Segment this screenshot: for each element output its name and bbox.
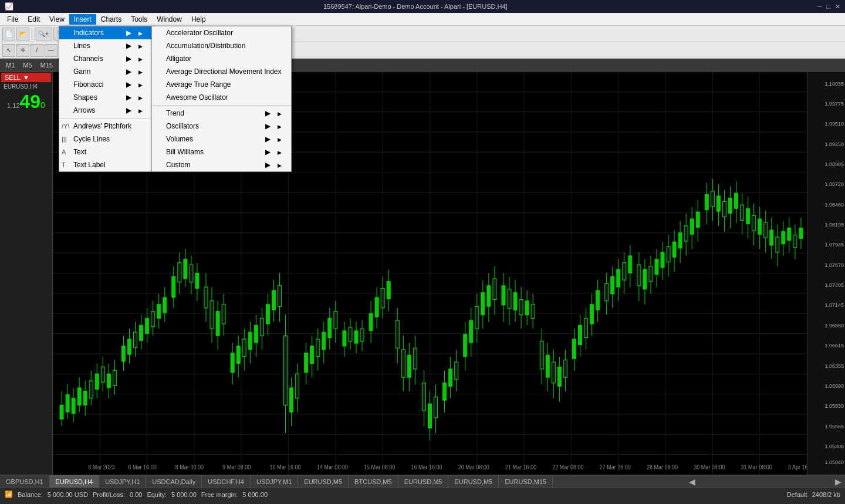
- svg-text:6 Mar 16:00: 6 Mar 16:00: [129, 464, 157, 471]
- svg-rect-178: [513, 293, 517, 310]
- tab-eurusd-m5-2[interactable]: EURUSD,M5: [398, 475, 449, 488]
- tf-m5[interactable]: M5: [19, 61, 35, 69]
- menu-edit[interactable]: Edit: [23, 14, 45, 25]
- wifi-icon: 📶: [5, 491, 13, 498]
- svg-rect-58: [127, 339, 131, 354]
- svg-rect-164: [469, 320, 473, 343]
- menu-insert[interactable]: Insert: [69, 14, 96, 25]
- svg-rect-48: [95, 374, 99, 389]
- menu-file[interactable]: File: [2, 14, 23, 25]
- svg-rect-224: [661, 252, 664, 268]
- price-scale: 1.10035 1.09775 1.09510 1.09250 1.08985 …: [807, 72, 845, 475]
- indicator-alligator[interactable]: Alligator: [152, 52, 291, 65]
- menu-lines-item[interactable]: Lines ▶: [59, 39, 152, 52]
- svg-rect-148: [413, 348, 417, 369]
- sell-button[interactable]: SELL ▼: [1, 73, 51, 82]
- tab-usdcad-daily[interactable]: USDCAD,Daily: [146, 475, 202, 488]
- svg-rect-170: [487, 286, 491, 307]
- menu-pitchfork-item[interactable]: /Y\ Andrews' Pitchfork: [59, 120, 152, 133]
- tab-gbpusd-h1[interactable]: GBPUSD,H1: [0, 475, 50, 488]
- menu-tools[interactable]: Tools: [126, 14, 152, 25]
- indicator-oscillators[interactable]: Oscillators ▶: [152, 120, 291, 133]
- svg-rect-136: [375, 297, 378, 317]
- svg-rect-266: [787, 228, 791, 241]
- textlabel-label: Text Label: [73, 161, 106, 169]
- tab-usdchf-h4[interactable]: USDCHF,H4: [202, 475, 251, 488]
- tab-eurusd-m15[interactable]: EURUSD,M15: [499, 475, 553, 488]
- default-label: Default: [787, 491, 807, 498]
- arrow-tool-btn[interactable]: ↖: [2, 44, 15, 57]
- svg-text:21 Mar 16:00: 21 Mar 16:00: [505, 464, 537, 471]
- menu-gann-item[interactable]: Gann ▶: [59, 65, 152, 78]
- indicator-admi[interactable]: Average Directional Movement Index: [152, 65, 291, 78]
- minimize-icon[interactable]: ─: [817, 3, 822, 11]
- shapes-label: Shapes: [73, 93, 97, 102]
- menu-help[interactable]: Help: [187, 14, 211, 25]
- menu-indicators-item[interactable]: Indicators ▶: [59, 26, 152, 39]
- indicator-volumes[interactable]: Volumes ▶: [152, 133, 291, 146]
- svg-rect-208: [611, 276, 614, 294]
- pitchfork-icon: /Y\: [62, 123, 69, 130]
- insert-dropdown[interactable]: Indicators ▶ Lines ▶ Channels ▶ Gann ▶ F…: [59, 26, 153, 172]
- indicator-accumulation[interactable]: Accumulation/Distribution: [152, 39, 291, 52]
- menu-window[interactable]: Window: [152, 14, 187, 25]
- menu-fibonacci-item[interactable]: Fibonacci ▶: [59, 78, 152, 91]
- sell-buy-block: SELL ▼ EURUSD,H4 1.12 49 0: [1, 73, 51, 113]
- indicator-trend[interactable]: Trend ▶: [152, 107, 291, 120]
- open-btn[interactable]: 📂: [16, 28, 29, 40]
- close-icon[interactable]: ✕: [835, 3, 840, 11]
- titlebar: 📈 15689547: Alpari-Demo - Demo Account -…: [0, 0, 845, 13]
- tf-m15[interactable]: M15: [37, 61, 56, 69]
- menu-shapes-item[interactable]: Shapes ▶: [59, 91, 152, 104]
- line-tool-btn[interactable]: /: [31, 44, 43, 57]
- balance-value: 5 000.00 USD: [48, 491, 88, 498]
- fibonacci-label: Fibonacci: [73, 80, 103, 89]
- tab-btcusd-m5[interactable]: BTCUSD,M5: [349, 475, 398, 488]
- tab-eurusd-h4[interactable]: EURUSD,H4: [50, 475, 100, 488]
- trend-arrow: ▶: [265, 109, 282, 117]
- menu-textlabel-item[interactable]: T Text Label: [59, 158, 152, 171]
- menu-channels-item[interactable]: Channels ▶: [59, 52, 152, 65]
- tab-eurusd-m5-3[interactable]: EURUSD,M5: [448, 475, 499, 488]
- indicator-accelerator[interactable]: Accelerator Oscillator: [152, 26, 291, 39]
- tab-eurusd-m5-1[interactable]: EURUSD,M5: [298, 475, 349, 488]
- svg-rect-254: [752, 215, 756, 231]
- indicator-custom[interactable]: Custom ▶: [152, 158, 291, 171]
- tab-usdjpy-h1[interactable]: USDJPY,H1: [99, 475, 146, 488]
- price-label-8: 1.08195: [824, 222, 844, 228]
- svg-rect-228: [672, 242, 676, 257]
- indicator-awesome[interactable]: Awesome Oscillator: [152, 91, 291, 104]
- menu-charts[interactable]: Charts: [96, 14, 126, 25]
- svg-rect-206: [605, 283, 609, 301]
- tab-scroll-right[interactable]: ▶: [832, 475, 845, 488]
- indicator-atr[interactable]: Average True Range: [152, 78, 291, 91]
- svg-rect-124: [334, 312, 337, 329]
- gann-arrow: ▶: [126, 67, 143, 76]
- tab-usdjpy-m1[interactable]: USDJPY,M1: [251, 475, 298, 488]
- arrows-arrow: ▶: [126, 106, 143, 114]
- svg-rect-106: [278, 286, 281, 307]
- menu-text-item[interactable]: A Text: [59, 146, 152, 158]
- menu-arrows-item[interactable]: Arrows ▶: [59, 104, 152, 117]
- cycle-icon: |||: [62, 136, 67, 143]
- svg-text:22 Mar 08:00: 22 Mar 08:00: [552, 464, 584, 471]
- indicator-billwilliams[interactable]: Bill Williams ▶: [152, 146, 291, 158]
- new-chart-btn[interactable]: 📄: [2, 28, 15, 40]
- zoom-in-btn[interactable]: 🔍+: [35, 28, 52, 40]
- pl-value: 0.00: [130, 491, 142, 498]
- svg-rect-188: [546, 355, 549, 377]
- menu-view[interactable]: View: [45, 14, 69, 25]
- svg-rect-86: [216, 312, 219, 336]
- tf-m1[interactable]: M1: [2, 61, 18, 69]
- tab-scroll-left[interactable]: ◀: [685, 475, 699, 488]
- restore-icon[interactable]: □: [826, 3, 830, 11]
- hline-btn[interactable]: —: [45, 44, 58, 57]
- menu-cyclelines-item[interactable]: ||| Cycle Lines: [59, 133, 152, 146]
- indicators-submenu[interactable]: Accelerator Oscillator Accumulation/Dist…: [151, 26, 292, 172]
- svg-rect-138: [381, 289, 384, 308]
- crosshair-tool-btn[interactable]: ✛: [16, 44, 29, 57]
- price-label-3: 1.09510: [824, 121, 844, 127]
- svg-rect-114: [305, 353, 308, 373]
- svg-rect-220: [649, 266, 653, 282]
- price-label-6: 1.08720: [824, 181, 844, 187]
